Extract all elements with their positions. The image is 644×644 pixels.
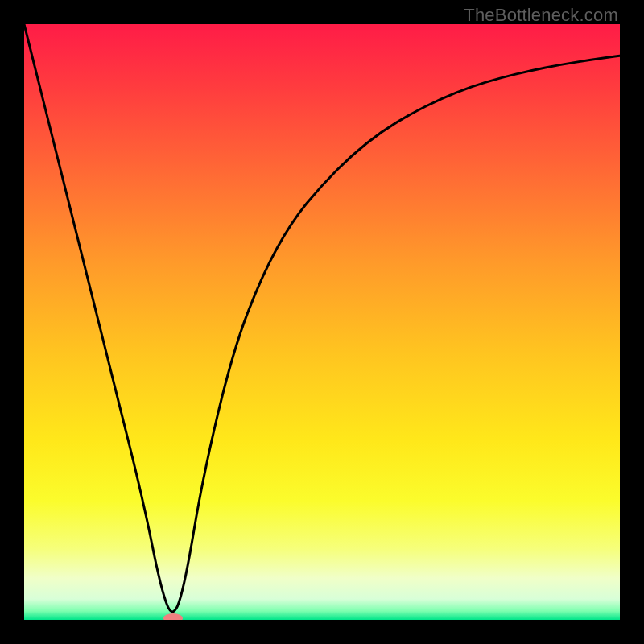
chart-background xyxy=(24,24,620,620)
chart-frame xyxy=(24,24,620,620)
bottleneck-chart xyxy=(24,24,620,620)
watermark-text: TheBottleneck.com xyxy=(464,5,618,26)
